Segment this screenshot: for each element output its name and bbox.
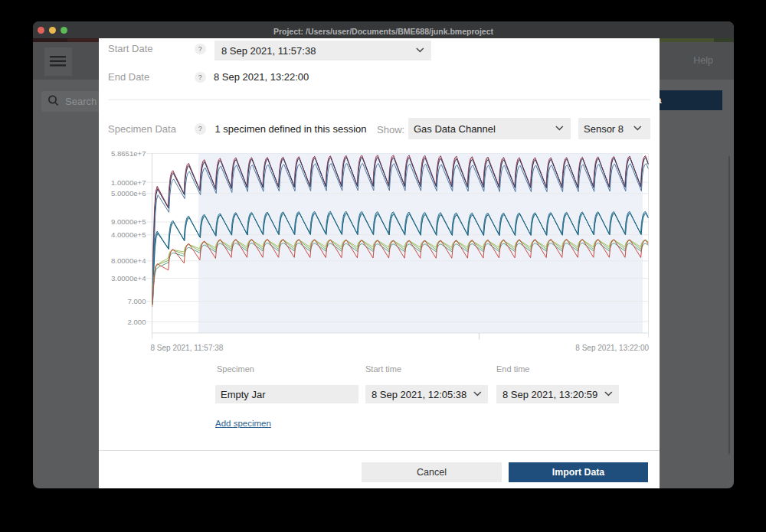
svg-text:3.0000e+4: 3.0000e+4 xyxy=(111,274,146,282)
svg-text:5.8651e+7: 5.8651e+7 xyxy=(111,149,146,158)
svg-text:8 Sep 2021, 13:22:00: 8 Sep 2021, 13:22:00 xyxy=(575,344,649,352)
svg-text:8 Sep 2021, 11:57:38: 8 Sep 2021, 11:57:38 xyxy=(151,344,224,352)
svg-text:1.0000e+7: 1.0000e+7 xyxy=(111,178,146,187)
svg-text:5.0000e+6: 5.0000e+6 xyxy=(111,189,146,197)
svg-text:7.000: 7.000 xyxy=(127,297,146,305)
svg-text:9.0000e+5: 9.0000e+5 xyxy=(111,217,146,226)
svg-text:2.000: 2.000 xyxy=(127,318,146,326)
svg-text:8.0000e+4: 8.0000e+4 xyxy=(111,256,146,265)
svg-text:4.0000e+5: 4.0000e+5 xyxy=(111,230,146,239)
